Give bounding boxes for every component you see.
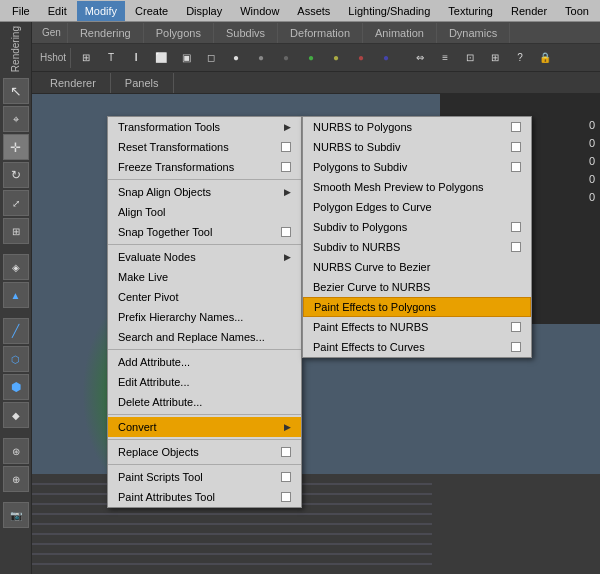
- menu-delete-attribute[interactable]: Delete Attribute...: [108, 392, 301, 412]
- menu-assets[interactable]: Assets: [289, 1, 338, 21]
- menu-create[interactable]: Create: [127, 1, 176, 21]
- tab-rendering[interactable]: Rendering: [68, 23, 144, 43]
- sidebar-soft-btn[interactable]: ◈: [3, 254, 29, 280]
- checkbox-icon: [281, 142, 291, 152]
- checkbox-icon: [281, 492, 291, 502]
- menu-snap-align-objects[interactable]: Snap Align Objects ▶: [108, 182, 301, 202]
- tb-icon-3[interactable]: I: [124, 46, 148, 70]
- sidebar-scale-btn[interactable]: ⤢: [3, 190, 29, 216]
- sidebar-move-btn[interactable]: ✛: [3, 134, 29, 160]
- modify-dropdown[interactable]: Transformation Tools ▶ Reset Transformat…: [107, 116, 302, 508]
- tab-subdivs[interactable]: Subdivs: [214, 23, 278, 43]
- tab-panels[interactable]: Panels: [111, 73, 174, 93]
- tb-icon-15[interactable]: ≡: [433, 46, 457, 70]
- menu-nurbs-curve-to-bezier[interactable]: NURBS Curve to Bezier: [303, 257, 531, 277]
- checkbox-icon: [511, 162, 521, 172]
- num-2: 0: [589, 134, 595, 152]
- menu-lighting-shading[interactable]: Lighting/Shading: [340, 1, 438, 21]
- menu-center-pivot[interactable]: Center Pivot: [108, 287, 301, 307]
- menu-polygon-edges-to-curve[interactable]: Polygon Edges to Curve: [303, 197, 531, 217]
- sidebar-dyn-btn[interactable]: ⊛: [3, 438, 29, 464]
- sidebar-select-btn[interactable]: ↖: [3, 78, 29, 104]
- menu-freeze-transformations[interactable]: Freeze Transformations: [108, 157, 301, 177]
- menu-nurbs-to-polygons[interactable]: NURBS to Polygons: [303, 117, 531, 137]
- arrow-icon: ▶: [284, 252, 291, 262]
- sidebar-universal-btn[interactable]: ⊞: [3, 218, 29, 244]
- left-sidebar: Rendering ↖ ⌖ ✛ ↻ ⤢ ⊞ ◈ ▲ ╱ ⬡ ⬢ ◆ ⊛ ⊕ 📷: [0, 22, 32, 574]
- menu-edit[interactable]: Edit: [40, 1, 75, 21]
- menu-evaluate-nodes[interactable]: Evaluate Nodes ▶: [108, 247, 301, 267]
- tb-icon-5[interactable]: ▣: [174, 46, 198, 70]
- sidebar-cam-btn[interactable]: 📷: [3, 502, 29, 528]
- menu-toon[interactable]: Toon: [557, 1, 597, 21]
- tb-icon-8[interactable]: ●: [249, 46, 273, 70]
- tb-icon-1[interactable]: ⊞: [74, 46, 98, 70]
- num-1: 0: [589, 116, 595, 134]
- menu-window[interactable]: Window: [232, 1, 287, 21]
- menu-bezier-curve-to-nurbs[interactable]: Bezier Curve to NURBS: [303, 277, 531, 297]
- tb-icon-9[interactable]: ●: [274, 46, 298, 70]
- menu-polygons-to-subdiv[interactable]: Polygons to Subdiv: [303, 157, 531, 177]
- menu-display[interactable]: Display: [178, 1, 230, 21]
- menu-smooth-mesh-preview[interactable]: Smooth Mesh Preview to Polygons: [303, 177, 531, 197]
- tab-polygons[interactable]: Polygons: [144, 23, 214, 43]
- menu-convert[interactable]: Convert ▶: [108, 417, 301, 437]
- sidebar-poly-btn[interactable]: ⬢: [3, 374, 29, 400]
- menu-edit-attribute[interactable]: Edit Attribute...: [108, 372, 301, 392]
- checkbox-icon: [281, 447, 291, 457]
- tb-icon-4[interactable]: ⬜: [149, 46, 173, 70]
- sidebar-paint-btn[interactable]: ▲: [3, 282, 29, 308]
- menu-replace-objects[interactable]: Replace Objects: [108, 442, 301, 462]
- sidebar-subdiv-btn[interactable]: ◆: [3, 402, 29, 428]
- menu-subdiv-to-polygons[interactable]: Subdiv to Polygons: [303, 217, 531, 237]
- checkbox-icon: [511, 122, 521, 132]
- tb-icon-18[interactable]: ?: [508, 46, 532, 70]
- num-3: 0: [589, 152, 595, 170]
- menu-paint-effects-to-curves[interactable]: Paint Effects to Curves: [303, 337, 531, 357]
- tb-icon-7[interactable]: ●: [224, 46, 248, 70]
- menu-reset-transformations[interactable]: Reset Transformations: [108, 137, 301, 157]
- menu-texturing[interactable]: Texturing: [440, 1, 501, 21]
- separator-1: [108, 179, 301, 180]
- menu-subdiv-to-nurbs[interactable]: Subdiv to NURBS: [303, 237, 531, 257]
- tb-icon-12[interactable]: ●: [349, 46, 373, 70]
- tb-icon-16[interactable]: ⊡: [458, 46, 482, 70]
- menu-prefix-hierarchy[interactable]: Prefix Hierarchy Names...: [108, 307, 301, 327]
- tab-animation[interactable]: Animation: [363, 23, 437, 43]
- convert-submenu[interactable]: NURBS to Polygons NURBS to Subdiv Polygo…: [302, 116, 532, 358]
- menu-align-tool[interactable]: Align Tool: [108, 202, 301, 222]
- sidebar-lasso-btn[interactable]: ⌖: [3, 106, 29, 132]
- menu-transformation-tools[interactable]: Transformation Tools ▶: [108, 117, 301, 137]
- menu-paint-effects-to-polygons[interactable]: Paint Effects to Polygons: [303, 297, 531, 317]
- tb-icon-17[interactable]: ⊞: [483, 46, 507, 70]
- tb-icon-2[interactable]: T: [99, 46, 123, 70]
- menu-nurbs-to-subdiv[interactable]: NURBS to Subdiv: [303, 137, 531, 157]
- tb-icon-10[interactable]: ●: [299, 46, 323, 70]
- tb-icon-19[interactable]: 🔒: [533, 46, 557, 70]
- sidebar-curve-btn[interactable]: ╱: [3, 318, 29, 344]
- checkbox-icon: [281, 227, 291, 237]
- menu-search-replace[interactable]: Search and Replace Names...: [108, 327, 301, 347]
- checkbox-icon: [511, 342, 521, 352]
- tb-icon-6[interactable]: ◻: [199, 46, 223, 70]
- menu-make-live[interactable]: Make Live: [108, 267, 301, 287]
- menu-modify[interactable]: Modify: [77, 1, 125, 21]
- menu-snap-together-tool[interactable]: Snap Together Tool: [108, 222, 301, 242]
- sidebar-field-btn[interactable]: ⊕: [3, 466, 29, 492]
- menu-render[interactable]: Render: [503, 1, 555, 21]
- secondary-tab-bar: Renderer Panels: [32, 72, 600, 94]
- tb-icon-11[interactable]: ●: [324, 46, 348, 70]
- tab-dynamics[interactable]: Dynamics: [437, 23, 510, 43]
- tb-icon-13[interactable]: ●: [374, 46, 398, 70]
- tab-renderer[interactable]: Renderer: [36, 73, 111, 93]
- sidebar-surface-btn[interactable]: ⬡: [3, 346, 29, 372]
- tab-deformation[interactable]: Deformation: [278, 23, 363, 43]
- menu-add-attribute[interactable]: Add Attribute...: [108, 352, 301, 372]
- menu-file[interactable]: File: [4, 1, 38, 21]
- viewport[interactable]: 0 0 0 0 0: [32, 94, 600, 574]
- menu-paint-scripts-tool[interactable]: Paint Scripts Tool: [108, 467, 301, 487]
- menu-paint-attributes-tool[interactable]: Paint Attributes Tool: [108, 487, 301, 507]
- tb-icon-14[interactable]: ⇔: [408, 46, 432, 70]
- sidebar-rotate-btn[interactable]: ↻: [3, 162, 29, 188]
- menu-paint-effects-to-nurbs[interactable]: Paint Effects to NURBS: [303, 317, 531, 337]
